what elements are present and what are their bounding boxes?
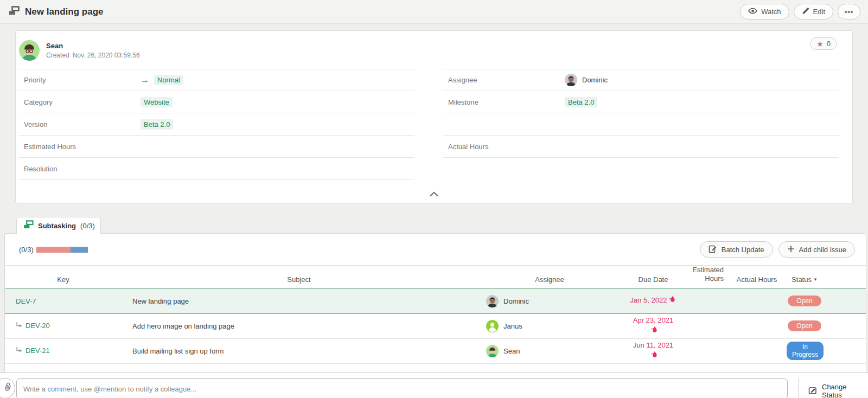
subtask-progress-bar bbox=[36, 247, 88, 253]
subject-cell: New landing page bbox=[122, 288, 476, 313]
field-row-estimated-hours: Estimated Hours bbox=[18, 136, 414, 158]
footer-divider bbox=[798, 378, 799, 398]
table-header-row: Key Subject Assignee Due Date Estimated … bbox=[5, 266, 866, 289]
progress-in-progress-segment bbox=[71, 247, 88, 253]
watch-label: Watch bbox=[761, 8, 781, 16]
assignee-name: Sean bbox=[503, 347, 520, 355]
batch-update-label: Batch Update bbox=[722, 246, 764, 254]
version-value[interactable]: Beta 2.0 bbox=[141, 119, 173, 130]
comment-bar: Change Status bbox=[0, 373, 868, 398]
ellipsis-icon: ••• bbox=[845, 8, 854, 16]
assignee-avatar bbox=[565, 74, 577, 86]
column-header-due-date[interactable]: Due Date bbox=[623, 266, 684, 289]
status-badge[interactable]: Open bbox=[788, 296, 821, 306]
estimated-hours-label: Estimated Hours bbox=[18, 143, 141, 151]
field-row-priority: Priority → Normal bbox=[18, 69, 414, 91]
more-options-button[interactable]: ••• bbox=[838, 4, 860, 20]
field-row-resolution: Resolution bbox=[18, 158, 414, 180]
comment-input[interactable] bbox=[16, 378, 788, 398]
priority-value[interactable]: Normal bbox=[154, 75, 183, 85]
actual-hours-cell bbox=[727, 288, 787, 313]
add-child-issue-button[interactable]: Add child issue bbox=[778, 241, 855, 258]
fields-left-column: Priority → Normal Category Website Versi… bbox=[18, 69, 414, 180]
assignee-label: Assignee bbox=[443, 76, 565, 84]
milestone-value[interactable]: Beta 2.0 bbox=[565, 97, 597, 107]
table-row[interactable]: DEV-7 New landing page Dominic Jan 5, 20… bbox=[5, 288, 866, 313]
progress-open-segment bbox=[36, 247, 71, 253]
milestone-label: Milestone bbox=[443, 98, 565, 106]
subtasking-tab-label: Subtasking bbox=[38, 222, 76, 230]
collapse-details-button[interactable] bbox=[423, 188, 445, 200]
column-header-status[interactable]: Status▼ bbox=[787, 266, 866, 289]
paperclip-icon bbox=[1, 381, 13, 395]
progress-label: (0/3) bbox=[19, 246, 34, 254]
column-header-actual-hours[interactable]: Actual Hours bbox=[727, 266, 787, 289]
batch-update-button[interactable]: Batch Update bbox=[700, 241, 773, 258]
due-date-cell: Jan 5, 2022 bbox=[623, 288, 684, 313]
issue-key-link[interactable]: DEV-7 bbox=[16, 297, 36, 305]
overdue-fire-icon bbox=[650, 326, 658, 337]
status-badge[interactable]: In Progress bbox=[787, 342, 824, 360]
subtask-table: Key Subject Assignee Due Date Estimated … bbox=[5, 265, 866, 389]
column-header-estimated-hours[interactable]: Estimated Hours bbox=[684, 266, 727, 289]
status-badge[interactable]: Open bbox=[788, 320, 821, 331]
actual-hours-cell bbox=[727, 313, 787, 338]
priority-label: Priority bbox=[18, 76, 141, 84]
table-row[interactable]: DEV-21 Build mailing list sign up form S… bbox=[5, 338, 866, 363]
assignee-avatar bbox=[486, 345, 499, 357]
subtask-green-icon bbox=[23, 220, 34, 231]
table-row[interactable]: DEV-20 Add hero image on landing page Ja… bbox=[5, 313, 866, 338]
chevron-up-icon bbox=[429, 189, 439, 199]
category-label: Category bbox=[18, 98, 141, 106]
actual-hours-label: Actual Hours bbox=[443, 143, 565, 151]
star-icon: ★ bbox=[816, 40, 824, 48]
sort-caret-icon: ▼ bbox=[813, 277, 818, 282]
assignee-avatar bbox=[486, 295, 499, 307]
edit-button[interactable]: Edit bbox=[794, 4, 833, 20]
column-header-assignee[interactable]: Assignee bbox=[476, 266, 623, 289]
subject-cell: Build mailing list sign up form bbox=[122, 338, 476, 363]
category-value[interactable]: Website bbox=[141, 97, 173, 107]
issue-key-link[interactable]: DEV-21 bbox=[25, 346, 50, 355]
child-arrow-icon bbox=[16, 347, 22, 355]
due-date-cell: Apr 23, 2021 bbox=[623, 313, 684, 338]
attach-file-button[interactable] bbox=[0, 378, 15, 398]
field-row-version: Version Beta 2.0 bbox=[18, 113, 414, 136]
assignee-name: Dominic bbox=[503, 297, 529, 305]
estimated-hours-cell bbox=[684, 313, 727, 338]
subject-cell: Add hero image on landing page bbox=[122, 313, 476, 338]
pencil-icon bbox=[802, 7, 809, 16]
column-header-key[interactable]: Key bbox=[5, 266, 122, 289]
assignee-avatar bbox=[486, 320, 499, 332]
resolution-label: Resolution bbox=[18, 165, 141, 173]
tab-subtasking[interactable]: Subtasking (0/3) bbox=[16, 217, 101, 234]
change-status-button[interactable]: Change Status bbox=[808, 383, 868, 398]
assignee-value[interactable]: Dominic bbox=[582, 76, 608, 84]
actual-hours-cell bbox=[727, 338, 787, 363]
estimated-hours-cell bbox=[684, 288, 727, 313]
due-date-cell: Jun 11, 2021 bbox=[623, 338, 684, 363]
version-label: Version bbox=[18, 120, 141, 129]
author-name: Sean bbox=[46, 42, 140, 50]
watch-button[interactable]: Watch bbox=[740, 4, 789, 20]
plus-icon bbox=[787, 245, 795, 254]
created-date: Nov. 26, 2020 03:59:56 bbox=[73, 52, 140, 59]
issue-key-link[interactable]: DEV-20 bbox=[25, 322, 50, 330]
column-header-subject[interactable]: Subject bbox=[122, 266, 476, 289]
estimated-hours-cell bbox=[684, 338, 727, 363]
subtask-icon bbox=[9, 6, 20, 17]
field-row-actual-hours: Actual Hours bbox=[443, 136, 839, 158]
issue-header-bar: New landing page Watch Edit ••• bbox=[0, 0, 868, 24]
subtasking-tab-count: (0/3) bbox=[80, 222, 95, 230]
overdue-fire-icon bbox=[650, 351, 658, 362]
created-label: Created bbox=[46, 52, 69, 59]
field-row-milestone: Milestone Beta 2.0 bbox=[443, 91, 839, 113]
star-button[interactable]: ★ 0 bbox=[810, 37, 837, 50]
fields-right-column: Assignee Dominic Milestone Beta 2.0 Actu… bbox=[443, 69, 839, 180]
issue-details-card: Sean Created Nov. 26, 2020 03:59:56 ★ 0 … bbox=[15, 30, 853, 203]
batch-update-icon bbox=[709, 245, 717, 255]
edit-label: Edit bbox=[813, 8, 825, 16]
eye-icon bbox=[748, 7, 757, 16]
field-row-category: Category Website bbox=[18, 91, 414, 113]
overdue-fire-icon bbox=[668, 296, 676, 307]
